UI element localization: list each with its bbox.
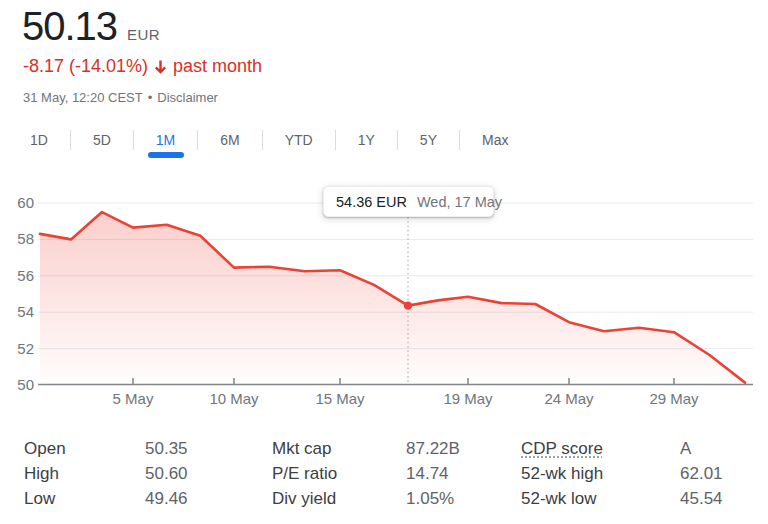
chart-tooltip: 54.36 EUR Wed, 17 May — [323, 186, 494, 217]
stat-value: 45.54 — [680, 486, 723, 511]
stat-label: Low — [24, 489, 55, 508]
stat-row-cdp-score: CDP scoreA — [521, 436, 603, 461]
stat-label: 52-wk high — [521, 464, 603, 483]
stat-row-open: Open50.35 — [24, 436, 66, 461]
stat-value: 87.22B — [406, 436, 460, 461]
y-axis-label: 58 — [17, 230, 34, 247]
stat-row-52-wk-high: 52-wk high62.01 — [521, 461, 603, 486]
tooltip-date: Wed, 17 May — [417, 194, 502, 210]
y-axis-label: 52 — [17, 340, 34, 357]
stat-label: Open — [24, 439, 66, 458]
stat-row-high: High50.60 — [24, 461, 66, 486]
stat-row-low: Low49.46 — [24, 486, 66, 511]
stat-value: 1.05% — [406, 486, 454, 511]
y-axis-label: 54 — [17, 303, 34, 320]
finance-quote-page: 50.13 EUR -8.17 (-14.01%) past month 31 … — [0, 0, 768, 524]
stat-row-div-yield: Div yield1.05% — [272, 486, 337, 511]
stat-value: 49.46 — [145, 486, 188, 511]
chart-hover-region[interactable] — [38, 195, 753, 407]
stat-value: 50.60 — [145, 461, 188, 486]
stat-row-mkt-cap: Mkt cap87.22B — [272, 436, 337, 461]
stats-column: CDP scoreA52-wk high62.0152-wk low45.54 — [521, 436, 603, 511]
stat-label: Mkt cap — [272, 439, 332, 458]
stat-label: 52-wk low — [521, 489, 597, 508]
stat-value: A — [680, 436, 691, 461]
stat-label[interactable]: CDP score — [521, 439, 603, 458]
y-axis-label: 60 — [17, 194, 34, 211]
price-chart[interactable]: 6058565452505 May10 May15 May19 May24 Ma… — [0, 0, 768, 524]
stat-row-p-e-ratio: P/E ratio14.74 — [272, 461, 337, 486]
tooltip-price: 54.36 EUR — [336, 194, 407, 210]
stat-label: P/E ratio — [272, 464, 337, 483]
stat-row-52-wk-low: 52-wk low45.54 — [521, 486, 603, 511]
y-axis-label: 56 — [17, 267, 34, 284]
stats-column: Mkt cap87.22BP/E ratio14.74Div yield1.05… — [272, 436, 337, 511]
stat-value: 62.01 — [680, 461, 723, 486]
stats-column: Open50.35High50.60Low49.46 — [24, 436, 66, 511]
stat-label: Div yield — [272, 489, 336, 508]
stat-label: High — [24, 464, 59, 483]
y-axis-label: 50 — [17, 376, 34, 393]
stat-value: 50.35 — [145, 436, 188, 461]
stat-value: 14.74 — [406, 461, 449, 486]
